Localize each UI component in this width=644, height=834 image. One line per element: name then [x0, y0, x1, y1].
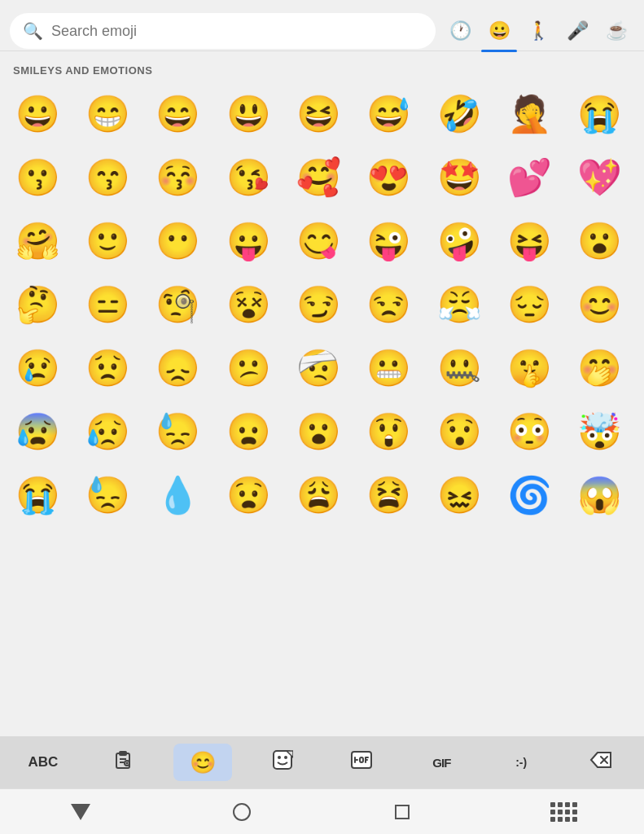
emoji-cell[interactable]: 😄 — [147, 83, 209, 145]
emoji-cell[interactable]: 😮 — [287, 401, 349, 463]
nav-back-button[interactable] — [56, 796, 105, 828]
emoji-cell[interactable]: 😱 — [569, 464, 631, 526]
emoji-cell[interactable]: 😜 — [358, 210, 420, 272]
keyboard-toolbar: ABC 😊 — [0, 736, 644, 788]
emoji-cell[interactable]: 💖 — [569, 147, 631, 208]
emoji-icon: 😊 — [190, 750, 216, 775]
emoji-cell[interactable]: 😗 — [7, 147, 68, 208]
kb-sticker-button[interactable] — [253, 744, 312, 781]
emoji-cell[interactable]: 😀 — [7, 83, 68, 145]
kb-backspace-button[interactable] — [572, 744, 630, 781]
emoji-cell[interactable]: 😁 — [77, 83, 138, 145]
emoji-cell[interactable]: 😯 — [428, 401, 490, 463]
emoji-cell[interactable]: 🙂 — [77, 210, 138, 272]
emoji-cell[interactable]: 😚 — [147, 147, 209, 208]
kb-gif-button[interactable]: GIF — [412, 744, 471, 781]
kaomoji-label: :-) — [515, 756, 527, 769]
kb-gif2-button[interactable] — [332, 744, 391, 781]
emoji-cell[interactable]: 😋 — [287, 210, 349, 272]
home-circle-icon — [233, 803, 251, 821]
emoji-cell[interactable]: 😢 — [7, 337, 68, 399]
section-label: SMILEYS AND EMOTIONS — [0, 51, 644, 83]
sticker-icon — [272, 749, 293, 775]
gif-label: GIF — [432, 756, 450, 770]
kb-abc-button[interactable]: ABC — [14, 744, 72, 781]
nav-home-button[interactable] — [217, 796, 266, 828]
emoji-cell[interactable]: 😔 — [498, 274, 560, 336]
search-area: 🔍 🕐 😀 🚶 🎤 ☕ — [0, 0, 644, 49]
emoji-cell[interactable]: 😛 — [217, 210, 279, 272]
emoji-cell[interactable]: 🤗 — [7, 210, 68, 272]
emoji-cell[interactable]: 🤫 — [498, 337, 560, 399]
emoji-cell[interactable]: 😧 — [217, 464, 279, 526]
tab-people[interactable]: 🚶 — [520, 13, 556, 49]
back-triangle-icon — [71, 804, 90, 820]
emoji-cell[interactable]: 😵 — [217, 274, 279, 336]
emoji-cell[interactable]: 😳 — [498, 401, 560, 463]
search-input[interactable] — [51, 23, 423, 40]
emoji-cell[interactable]: 😃 — [217, 83, 279, 145]
emoji-cell[interactable]: 🤐 — [428, 337, 490, 399]
emoji-cell[interactable]: 🤯 — [569, 401, 631, 463]
clipboard-icon — [113, 750, 133, 775]
tab-smileys[interactable]: 😀 — [481, 13, 517, 49]
category-tabs: 🕐 😀 🚶 🎤 ☕ — [442, 13, 634, 49]
emoji-cell[interactable]: 🤪 — [428, 210, 490, 272]
emoji-cell[interactable]: 😞 — [147, 337, 209, 399]
emoji-cell[interactable]: 💕 — [498, 147, 560, 208]
emoji-cell[interactable]: 😰 — [7, 401, 68, 463]
emoji-cell[interactable]: 🌀 — [498, 464, 560, 526]
emoji-cell[interactable]: 😏 — [287, 274, 349, 336]
emoji-cell[interactable]: 😭 — [569, 83, 631, 145]
recents-square-icon — [395, 805, 410, 819]
emoji-cell[interactable]: 💧 — [147, 464, 209, 526]
emoji-cell[interactable]: 😟 — [77, 337, 138, 399]
emoji-cell[interactable]: 😖 — [428, 464, 490, 526]
emoji-cell[interactable]: 😕 — [217, 337, 279, 399]
abc-label: ABC — [28, 754, 59, 770]
emoji-cell[interactable]: 🥰 — [287, 147, 349, 208]
emoji-cell[interactable]: 😍 — [358, 147, 420, 208]
gif2-icon — [351, 749, 372, 775]
nav-recents-button[interactable] — [378, 796, 427, 828]
tab-recent[interactable]: 🕐 — [442, 13, 478, 49]
kb-emoji-button[interactable]: 😊 — [173, 744, 232, 781]
emoji-cell[interactable]: 🤣 — [428, 83, 490, 145]
emoji-cell[interactable]: 🤕 — [287, 337, 349, 399]
emoji-cell[interactable]: 😒 — [358, 274, 420, 336]
emoji-cell[interactable]: 😓 — [147, 401, 209, 463]
emoji-cell[interactable]: 😫 — [358, 464, 420, 526]
nav-bar — [0, 788, 644, 834]
emoji-cell[interactable]: 😦 — [217, 401, 279, 463]
nav-keyboard-button[interactable] — [539, 796, 588, 828]
tab-activities[interactable]: 🎤 — [559, 13, 595, 49]
emoji-cell[interactable]: 😆 — [287, 83, 349, 145]
emoji-cell[interactable]: 😊 — [569, 274, 631, 336]
emoji-cell[interactable]: 😅 — [358, 83, 420, 145]
kb-clipboard-button[interactable] — [94, 744, 152, 781]
emoji-cell[interactable]: 🤩 — [428, 147, 490, 208]
emoji-cell[interactable]: 😤 — [428, 274, 490, 336]
emoji-cell[interactable]: 😩 — [287, 464, 349, 526]
emoji-cell[interactable]: 😙 — [77, 147, 138, 208]
emoji-cell[interactable]: 🤭 — [569, 337, 631, 399]
tab-food[interactable]: ☕ — [598, 13, 634, 49]
emoji-cell[interactable]: 🤦 — [498, 83, 560, 145]
emoji-cell[interactable]: 😭 — [7, 464, 68, 526]
emoji-cell[interactable]: 😑 — [77, 274, 138, 336]
kb-kaomoji-button[interactable]: :-) — [492, 744, 550, 781]
emoji-cell[interactable]: 😲 — [358, 401, 420, 463]
emoji-cell[interactable]: 🧐 — [147, 274, 209, 336]
svg-point-9 — [284, 756, 287, 759]
emoji-cell[interactable]: 😥 — [77, 401, 138, 463]
emoji-cell[interactable]: 🤔 — [7, 274, 68, 336]
emoji-cell[interactable]: 😝 — [498, 210, 560, 272]
emoji-cell[interactable]: 😓 — [77, 464, 138, 526]
emoji-cell[interactable]: 😶 — [147, 210, 209, 272]
emoji-scroll[interactable]: 😀 😁 😄 😃 😆 😅 🤣 🤦 😭 😗 😙 😚 😘 🥰 😍 🤩 💕 💖 🤗 🙂 … — [0, 83, 644, 736]
emoji-cell[interactable]: 😘 — [217, 147, 279, 208]
emoji-cell[interactable]: 😬 — [358, 337, 420, 399]
svg-point-8 — [278, 756, 281, 759]
search-box: 🔍 — [10, 13, 436, 49]
emoji-cell[interactable]: 😮 — [569, 210, 631, 272]
